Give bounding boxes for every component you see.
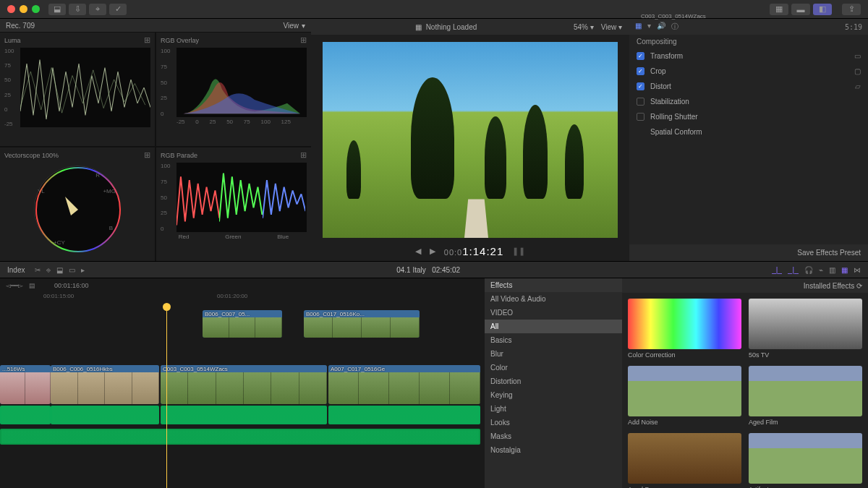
close-window[interactable] bbox=[7, 5, 15, 13]
audio-clip[interactable] bbox=[328, 406, 480, 424]
share-button[interactable]: ⇪ bbox=[842, 4, 861, 15]
vectorscope: Vectorscope 100%⊞ R +MG YL B +CY bbox=[0, 147, 155, 261]
zoom-menu[interactable]: 54% ▾ bbox=[574, 23, 594, 31]
view-menu[interactable]: View ▾ bbox=[601, 23, 622, 31]
chevron-down-icon: ▾ bbox=[302, 22, 305, 30]
checkbox[interactable]: ✓ bbox=[637, 67, 644, 75]
effects-category-looks[interactable]: Looks bbox=[485, 416, 622, 429]
effects-category-color[interactable]: Color bbox=[485, 361, 622, 374]
append-tool-icon[interactable]: ▭ bbox=[69, 266, 75, 274]
effects-categories: Effects All Video & AudioVIDEOAllBasicsB… bbox=[485, 278, 622, 488]
checkbox[interactable]: ✓ bbox=[637, 82, 644, 90]
primary-clip[interactable]: B006_C006_0516Hkbs bbox=[51, 365, 159, 404]
audio-clip[interactable] bbox=[161, 406, 327, 424]
luma-scope: Luma⊞ 1007550250-25 bbox=[0, 33, 155, 146]
audio-clip[interactable] bbox=[51, 406, 159, 424]
effects-category-blur[interactable]: Blur bbox=[485, 347, 622, 361]
inspector-row-rolling-shutter[interactable]: Rolling Shutter bbox=[629, 109, 868, 124]
browser-toggle[interactable]: ▦ bbox=[770, 4, 788, 15]
clip-height-icon[interactable]: ▤ bbox=[29, 282, 35, 289]
insert-tool-icon[interactable]: ⬓ bbox=[56, 266, 63, 274]
inspector-row-spatial-conform[interactable]: Spatial Conform bbox=[629, 124, 868, 140]
effects-category-nostalgia[interactable]: Nostalgia bbox=[485, 443, 622, 457]
viewer-title: Nothing Loaded bbox=[426, 23, 477, 31]
effect-artifacts[interactable]: Artifacts bbox=[749, 433, 862, 488]
effects-category-masks[interactable]: Masks bbox=[485, 429, 622, 443]
background-tasks[interactable]: ✓ bbox=[109, 4, 127, 15]
effect-add-noise[interactable]: Add Noise bbox=[628, 366, 741, 426]
timeline-toggle[interactable]: ▬ bbox=[791, 4, 810, 15]
primary-clip[interactable]: A007_C017_0516Ge bbox=[328, 365, 480, 404]
inspector-row-distort[interactable]: ✓Distort▱ bbox=[629, 79, 868, 94]
reset-icon[interactable]: ▭ bbox=[854, 52, 861, 60]
select-tool-icon[interactable]: ▸ bbox=[81, 266, 85, 274]
effects-category-video[interactable]: VIDEO bbox=[485, 306, 622, 320]
solo-icon[interactable]: 🎧 bbox=[804, 266, 813, 274]
inspector-row-crop[interactable]: ✓Crop▢ bbox=[629, 64, 868, 79]
maximize-window[interactable] bbox=[32, 5, 40, 13]
timeline[interactable]: ◅━━▻ ▤ 00:01:16:00 00:01:15:00 00:01:20:… bbox=[0, 278, 485, 488]
effect-aged-film[interactable]: Aged Film bbox=[749, 366, 862, 426]
effects-category-light[interactable]: Light bbox=[485, 402, 622, 416]
row-label: Distort bbox=[650, 82, 671, 90]
row-label: Rolling Shutter bbox=[650, 113, 698, 121]
transitions-browser-icon[interactable]: ⋈ bbox=[854, 266, 861, 274]
viewer-canvas[interactable] bbox=[323, 42, 618, 238]
checkbox[interactable] bbox=[637, 113, 644, 121]
play-icon[interactable]: ▶ bbox=[430, 247, 435, 256]
effects-browser-icon[interactable]: ▦ bbox=[841, 266, 848, 274]
effects-category-distortion[interactable]: Distortion bbox=[485, 374, 622, 388]
keyword-button[interactable]: ⌖ bbox=[89, 4, 106, 15]
inspector-toggle[interactable]: ◧ bbox=[813, 4, 832, 15]
checkbox[interactable] bbox=[637, 98, 644, 106]
connect-tool-icon[interactable]: ⎆ bbox=[46, 266, 51, 274]
audio-skimming-icon[interactable]: ⎯|⎯ bbox=[788, 266, 799, 274]
scopes-view-menu[interactable]: View bbox=[284, 22, 299, 30]
pause-icon[interactable]: ❚❚ bbox=[512, 247, 525, 256]
primary-clip[interactable]: ...516Ws bbox=[0, 365, 51, 404]
rgb-parade-title: RGB Parade bbox=[161, 152, 197, 159]
timeline-index-button[interactable]: Index bbox=[7, 266, 25, 274]
effects-category-keying[interactable]: Keying bbox=[485, 388, 622, 402]
trim-tool-icon[interactable]: ✂ bbox=[35, 266, 41, 274]
row-label: Crop bbox=[650, 67, 666, 75]
checkbox[interactable]: ✓ bbox=[637, 52, 644, 60]
inspector-row-transform[interactable]: ✓Transform▭ bbox=[629, 48, 868, 64]
effects-library-menu[interactable]: Installed Effects ⟳ bbox=[804, 282, 862, 290]
timeline-ruler[interactable]: 00:01:15:00 00:01:20:00 bbox=[0, 293, 485, 304]
play-back-icon[interactable]: ◀ bbox=[415, 247, 421, 256]
reset-icon[interactable]: ▢ bbox=[854, 67, 861, 75]
snapping-icon[interactable]: ⌁ bbox=[819, 266, 823, 274]
minimize-window[interactable] bbox=[20, 5, 27, 13]
skimming-icon[interactable]: ⎯|⎯ bbox=[772, 266, 783, 274]
inspector-row-stabilization[interactable]: Stabilization bbox=[629, 94, 868, 109]
connected-clip[interactable]: B006_C017_0516Ko... bbox=[304, 310, 420, 338]
filmstrip-icon: ▦ bbox=[415, 23, 422, 31]
effects-category-basics[interactable]: Basics bbox=[485, 333, 622, 347]
import-button[interactable]: ⇩ bbox=[69, 4, 86, 15]
expand-icon[interactable]: ⊞ bbox=[300, 35, 307, 45]
timeline-timecode: 00:01:16:00 bbox=[54, 282, 89, 289]
clip-appearance-icon[interactable]: ▥ bbox=[829, 266, 835, 274]
inspector-clip-name: C003_C003_0514WZacs bbox=[641, 13, 706, 40]
effect-aged-paper[interactable]: Aged Paper bbox=[628, 433, 741, 488]
save-effects-preset[interactable]: Save Effects Preset bbox=[629, 244, 868, 261]
audio-clip[interactable] bbox=[0, 406, 51, 424]
vectorscope-title: Vectorscope bbox=[4, 152, 41, 159]
timecode[interactable]: 00:01:14:21 bbox=[444, 245, 503, 257]
library-toggle[interactable]: ⬓ bbox=[48, 4, 66, 15]
effects-category-all[interactable]: All bbox=[485, 320, 622, 333]
playhead[interactable] bbox=[166, 304, 167, 488]
zoom-slider-icon[interactable]: ◅━━▻ bbox=[6, 282, 23, 289]
primary-clip[interactable]: C003_C003_0514WZacs bbox=[161, 365, 327, 404]
reset-icon[interactable]: ▱ bbox=[855, 82, 861, 90]
music-clip[interactable] bbox=[0, 429, 480, 445]
effects-category-all-video-audio[interactable]: All Video & Audio bbox=[485, 292, 622, 306]
effect-50s-tv[interactable]: 50s TV bbox=[749, 299, 862, 359]
expand-icon[interactable]: ⊞ bbox=[144, 150, 150, 160]
effect-color-correction[interactable]: Color Correction bbox=[628, 299, 741, 359]
expand-icon[interactable]: ⊞ bbox=[300, 150, 307, 160]
connected-clip[interactable]: B006_C007_05... bbox=[203, 310, 282, 338]
row-label: Transform bbox=[650, 52, 683, 60]
expand-icon[interactable]: ⊞ bbox=[144, 35, 150, 45]
